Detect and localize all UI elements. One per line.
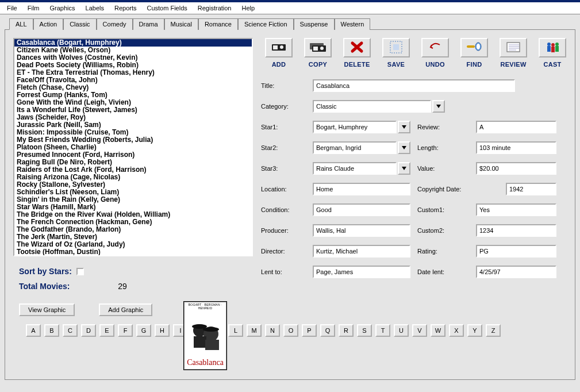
delete-button[interactable]	[343, 38, 371, 57]
alpha-c-button[interactable]: C	[63, 324, 78, 337]
tab-science-fiction[interactable]: Science Fiction	[238, 18, 294, 30]
star3-input[interactable]	[313, 162, 397, 175]
svg-rect-27	[551, 47, 555, 52]
menu-graphics[interactable]: Graphics	[45, 3, 80, 13]
tab-western[interactable]: Western	[335, 18, 371, 30]
lentto-input[interactable]	[313, 266, 410, 278]
add-graphic-button[interactable]: Add Graphic	[99, 303, 152, 316]
length-input[interactable]	[476, 141, 556, 154]
rating-label: Rating:	[417, 248, 469, 255]
title-input[interactable]	[313, 79, 515, 92]
datelent-input[interactable]	[476, 266, 556, 278]
alpha-x-button[interactable]: X	[449, 324, 464, 337]
alpha-r-button[interactable]: R	[339, 324, 354, 337]
menu-film[interactable]: Film	[23, 3, 44, 13]
alpha-a-button[interactable]: A	[26, 324, 41, 337]
alpha-s-button[interactable]: S	[357, 324, 372, 337]
star1-dropdown-button[interactable]	[398, 121, 410, 133]
svg-marker-31	[402, 125, 406, 129]
menu-file[interactable]: File	[2, 3, 22, 13]
review-tool: REVIEW	[499, 38, 528, 68]
tab-classic[interactable]: Classic	[63, 18, 96, 30]
alpha-p-button[interactable]: P	[302, 324, 317, 337]
length-label: Length:	[417, 144, 469, 151]
tab-comedy[interactable]: Comedy	[97, 18, 133, 30]
movie-list[interactable]: Casablanca (Bogart, Humphrey)Citizen Kan…	[13, 38, 253, 256]
alpha-h-button[interactable]: H	[155, 324, 170, 337]
alpha-w-button[interactable]: W	[431, 324, 445, 337]
rating-input[interactable]	[476, 245, 556, 258]
producer-input[interactable]	[313, 224, 410, 237]
alpha-u-button[interactable]: U	[394, 324, 409, 337]
category-input[interactable]	[313, 100, 431, 113]
svg-marker-32	[402, 146, 406, 149]
alpha-l-button[interactable]: L	[228, 324, 243, 337]
alpha-n-button[interactable]: N	[265, 324, 280, 337]
tab-drama[interactable]: Drama	[133, 18, 164, 30]
value-label: Value:	[417, 165, 469, 172]
copyright-input[interactable]	[506, 183, 556, 195]
sort-by-stars-checkbox[interactable]	[76, 268, 84, 275]
alpha-q-button[interactable]: Q	[320, 324, 335, 337]
location-input[interactable]	[313, 183, 410, 195]
menu-reports[interactable]: Reports	[110, 3, 141, 13]
review-input[interactable]	[476, 121, 556, 133]
category-label: Category:	[261, 103, 306, 110]
movie-list-item[interactable]: Tootsie (Hoffman, Dustin)	[14, 248, 252, 256]
alpha-t-button[interactable]: T	[375, 324, 390, 337]
svg-point-24	[547, 43, 551, 46]
svg-rect-18	[507, 43, 520, 52]
find-button[interactable]	[460, 38, 488, 57]
condition-input[interactable]	[313, 203, 410, 216]
toolbar: ADDCOPYDELETESAVEUNDOFINDREVIEWCAST	[264, 38, 567, 68]
star2-input[interactable]	[313, 141, 397, 154]
copy-button[interactable]	[304, 38, 332, 57]
alpha-z-button[interactable]: Z	[486, 324, 501, 337]
alpha-v-button[interactable]: V	[412, 324, 427, 337]
alpha-y-button[interactable]: Y	[467, 324, 482, 337]
custom1-input[interactable]	[476, 203, 556, 216]
review-button[interactable]	[500, 38, 527, 57]
tab-musical[interactable]: Musical	[164, 18, 198, 30]
tab-romance[interactable]: Romance	[198, 18, 238, 30]
find-tool: FIND	[460, 38, 489, 68]
star2-dropdown-button[interactable]	[398, 141, 410, 154]
review-icon	[506, 41, 521, 54]
copy-icon	[310, 41, 326, 54]
save-label: SAVE	[387, 61, 405, 68]
undo-button[interactable]	[421, 38, 449, 57]
tab-suspense[interactable]: Suspense	[294, 18, 335, 30]
svg-rect-3	[205, 340, 219, 350]
value-input[interactable]	[476, 162, 556, 175]
save-tool: SAVE	[382, 38, 410, 68]
view-graphic-button[interactable]: View Graphic	[19, 303, 75, 316]
cast-button[interactable]	[539, 38, 566, 57]
delete-tool: DELETE	[343, 38, 371, 68]
custom2-input[interactable]	[476, 224, 556, 237]
alpha-o-button[interactable]: O	[283, 324, 298, 337]
tab-action[interactable]: Action	[33, 18, 64, 30]
star3-dropdown-button[interactable]	[398, 162, 410, 175]
save-button[interactable]	[382, 38, 410, 57]
svg-point-28	[555, 43, 559, 46]
alpha-b-button[interactable]: B	[44, 324, 59, 337]
star3-label: Star3:	[261, 165, 306, 172]
alpha-d-button[interactable]: D	[81, 324, 96, 337]
category-dropdown-button[interactable]	[432, 100, 445, 113]
add-button[interactable]	[265, 38, 293, 57]
svg-marker-30	[436, 105, 441, 108]
alpha-f-button[interactable]: F	[118, 324, 133, 337]
alpha-g-button[interactable]: G	[136, 324, 151, 337]
menu-custom-fields[interactable]: Custom Fields	[143, 3, 192, 13]
delete-icon	[350, 41, 364, 55]
director-input[interactable]	[313, 245, 410, 258]
menu-labels[interactable]: Labels	[81, 3, 109, 13]
menu-registration[interactable]: Registration	[193, 3, 236, 13]
sort-by-stars-label: Sort by Stars:	[19, 267, 72, 276]
tab-all[interactable]: ALL	[9, 18, 33, 30]
star1-input[interactable]	[313, 121, 397, 133]
menu-help[interactable]: Help	[237, 3, 260, 13]
alpha-e-button[interactable]: E	[99, 324, 114, 337]
alpha-m-button[interactable]: M	[247, 324, 262, 337]
star1-label: Star1:	[261, 124, 306, 130]
